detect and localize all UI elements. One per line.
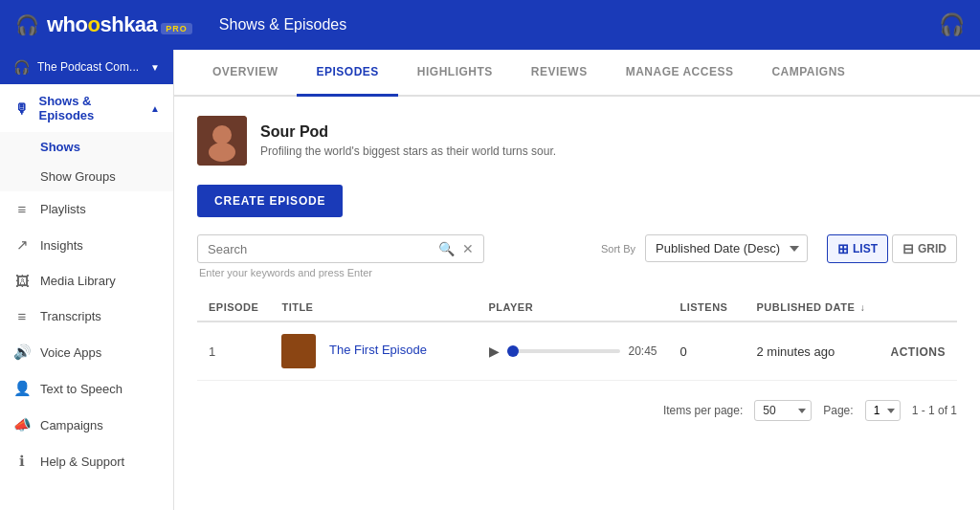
sidebar-item-shows[interactable]: Shows (0, 132, 173, 162)
page-title: Shows & Episodes (219, 16, 346, 33)
create-episode-button[interactable]: CREATE EPISODE (197, 185, 343, 217)
sort-select[interactable]: Published Date (Desc) Published Date (As… (645, 234, 808, 262)
episode-actions-cell: ACTIONS (880, 322, 958, 381)
help-icon: ℹ (13, 453, 31, 470)
col-header-title[interactable]: TITLE (270, 294, 477, 322)
sidebar-item-label: Shows & Episodes (39, 94, 142, 122)
show-info: Sour Pod Profiling the world's biggest s… (197, 116, 957, 166)
svg-point-1 (212, 125, 232, 144)
playlists-icon: ≡ (13, 201, 31, 217)
view-controls: ⊞ LIST ⊟ GRID (827, 234, 957, 263)
clear-search-icon[interactable]: ✕ (462, 241, 474, 256)
search-icon[interactable]: 🔍 (438, 241, 455, 256)
col-header-actions (880, 294, 958, 322)
episode-num-value: 1 (209, 344, 215, 359)
top-header: 🎧 whooshkaaPRO Shows & Episodes 🎧 (0, 0, 980, 50)
page-select[interactable]: 1 (865, 400, 901, 421)
page-label: Page: (823, 404, 853, 417)
pagination: Items per page: 50 25 100 Page: 1 1 - 1 … (197, 400, 957, 421)
episode-title-link[interactable]: The First Episode (329, 343, 427, 357)
sidebar-item-label: Media Library (40, 274, 116, 288)
list-label: LIST (853, 242, 878, 255)
shows-label: Shows (40, 140, 80, 154)
tab-episodes[interactable]: EPISODES (297, 50, 397, 97)
headphone-icon: 🎧 (15, 13, 39, 36)
list-icon: ⊞ (837, 241, 849, 256)
account-selector[interactable]: 🎧 The Podcast Com... ▼ (0, 50, 173, 84)
sidebar-item-voice-apps[interactable]: 🔊 Voice Apps (0, 334, 173, 370)
items-per-page-select[interactable]: 50 25 100 (754, 400, 812, 421)
episode-duration: 20:45 (628, 344, 657, 358)
tab-manage-access[interactable]: MANAGE ACCESS (607, 50, 753, 97)
chevron-down-icon: ▼ (150, 62, 160, 73)
svg-point-2 (209, 143, 235, 162)
table-row: 1 The First Episode ▶ (197, 322, 957, 381)
tab-overview[interactable]: OVERVIEW (193, 50, 297, 97)
sidebar-item-shows-episodes[interactable]: 🎙 Shows & Episodes ▲ (0, 84, 173, 132)
media-library-icon: 🖼 (13, 273, 31, 289)
progress-bar-wrap[interactable] (507, 349, 621, 353)
sidebar-item-show-groups[interactable]: Show Groups (0, 162, 173, 191)
campaigns-icon: 📣 (13, 416, 31, 433)
content-area: Sour Pod Profiling the world's biggest s… (174, 97, 980, 510)
sidebar-item-label: Text to Speech (40, 382, 122, 396)
shows-episodes-icon: 🎙 (13, 100, 30, 117)
progress-dot (507, 345, 519, 357)
sidebar-item-transcripts[interactable]: ≡ Transcripts (0, 299, 173, 334)
col-header-listens: LISTENS (669, 294, 746, 322)
text-to-speech-icon: 👤 (13, 380, 31, 397)
show-name: Sour Pod (260, 123, 556, 141)
sort-area: Sort By Published Date (Desc) Published … (601, 234, 808, 262)
list-view-button[interactable]: ⊞ LIST (827, 234, 888, 263)
sidebar-item-media-library[interactable]: 🖼 Media Library (0, 263, 173, 299)
grid-icon: ⊟ (902, 241, 914, 256)
col-header-player: PLAYER (478, 294, 669, 322)
sidebar-item-label: Campaigns (40, 418, 103, 432)
grid-view-button[interactable]: ⊟ GRID (892, 234, 957, 263)
show-details: Sour Pod Profiling the world's biggest s… (260, 123, 556, 158)
insights-icon: ↗ (13, 236, 31, 254)
play-button[interactable]: ▶ (489, 344, 500, 359)
episode-listens: 0 (669, 322, 746, 381)
chevron-up-icon: ▲ (150, 103, 160, 114)
logo: whooshkaaPRO (47, 12, 192, 37)
episode-player-cell: ▶ 20:45 (478, 322, 669, 381)
sidebar-item-label: Transcripts (40, 309, 101, 323)
sidebar-item-label: Help & Support (40, 455, 124, 469)
items-per-page-label: Items per page: (663, 404, 743, 417)
tab-campaigns[interactable]: CAMPAIGNS (752, 50, 864, 97)
pro-badge: PRO (161, 23, 192, 34)
sidebar-item-text-to-speech[interactable]: 👤 Text to Speech (0, 370, 173, 407)
sidebar-item-label: Voice Apps (40, 345, 101, 360)
table-header: EPISODE TITLE PLAYER LISTENS PUBLISHED D… (197, 294, 957, 322)
sidebar-sub-menu: Shows Show Groups (0, 132, 173, 191)
tab-highlights[interactable]: HIGHLIGHTS (398, 50, 512, 97)
sort-label: Sort By (601, 243, 635, 255)
actions-button[interactable]: ACTIONS (891, 345, 947, 359)
headphones-header-icon[interactable]: 🎧 (939, 12, 965, 37)
account-name: The Podcast Com... (37, 60, 143, 74)
sort-arrow-icon: ↓ (860, 302, 866, 313)
page-range: 1 - 1 of 1 (912, 404, 957, 417)
grid-label: GRID (918, 242, 947, 255)
col-header-published-date[interactable]: PUBLISHED DATE ↓ (746, 294, 880, 322)
episode-title-cell: The First Episode (270, 322, 477, 381)
logo-area: 🎧 whooshkaaPRO Shows & Episodes (15, 12, 346, 37)
tab-bar: OVERVIEW EPISODES HIGHLIGHTS REVIEWS MAN… (174, 50, 980, 97)
show-description: Profiling the world's biggest stars as t… (260, 144, 556, 158)
show-thumbnail (197, 116, 247, 166)
logo-text: whooshkaaPRO (47, 12, 192, 37)
sidebar: 🎧 The Podcast Com... ▼ 🎙 Shows & Episode… (0, 50, 174, 510)
sidebar-item-help-support[interactable]: ℹ Help & Support (0, 443, 173, 479)
voice-apps-icon: 🔊 (13, 344, 31, 361)
sidebar-item-playlists[interactable]: ≡ Playlists (0, 191, 173, 227)
col-header-episode[interactable]: EPISODE (197, 294, 270, 322)
tab-reviews[interactable]: REVIEWS (512, 50, 607, 97)
sidebar-item-label: Insights (40, 238, 83, 253)
sidebar-item-campaigns[interactable]: 📣 Campaigns (0, 407, 173, 443)
sidebar-item-insights[interactable]: ↗ Insights (0, 227, 173, 263)
search-hint: Enter your keywords and press Enter (197, 267, 484, 278)
search-area: 🔍 ✕ Enter your keywords and press Enter (197, 234, 484, 278)
search-input[interactable] (208, 242, 431, 256)
published-date-label: PUBLISHED DATE (757, 301, 856, 313)
